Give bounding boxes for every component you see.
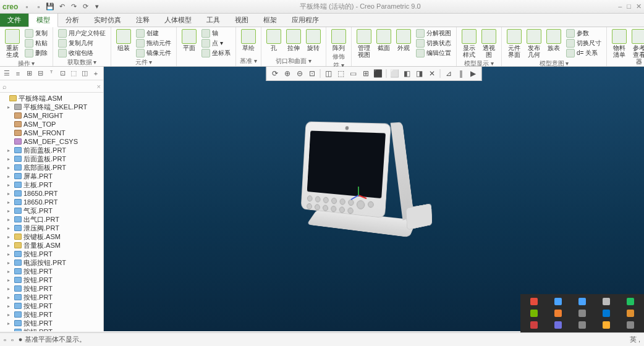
tab-实时仿真[interactable]: 实时仿真 (87, 14, 129, 27)
tab-模型[interactable]: 模型 (28, 13, 58, 27)
tree-node[interactable]: ASM_TOP (0, 120, 103, 129)
tree-node[interactable]: ▸按钮.PRT (0, 310, 103, 319)
tree-filter-input[interactable] (7, 83, 97, 90)
tray-app-icon[interactable] (547, 321, 569, 330)
tab-视图[interactable]: 视图 (227, 14, 256, 27)
tree-node[interactable]: ▸按钮.PRT (0, 319, 103, 327)
tree-node[interactable]: ▸出气口.PRT (0, 215, 103, 224)
ribbon-btn-编辑位置[interactable]: 编辑位置 (415, 48, 452, 57)
ribbon-btn-平面[interactable]: 平面 (180, 28, 198, 52)
expand-icon[interactable]: ▸ (7, 104, 12, 110)
tray-app-icon[interactable] (571, 321, 593, 330)
tree-node[interactable]: ▸按钮.PRT (0, 250, 103, 258)
view-tool-icon[interactable]: ◧ (402, 68, 413, 79)
tray-app-icon[interactable] (523, 308, 544, 318)
ribbon-btn-组装[interactable]: 组装 (115, 28, 132, 52)
ribbon-btn-删除[interactable]: 删除 (23, 48, 49, 57)
tree-node[interactable]: 平板终端.ASM (0, 94, 103, 103)
tray-app-icon[interactable] (523, 297, 544, 306)
ribbon-btn-用户定义特征[interactable]: 用户定义特征 (57, 28, 107, 38)
expand-icon[interactable]: ▸ (7, 156, 12, 162)
expand-icon[interactable]: ▸ (7, 234, 12, 240)
expand-icon[interactable]: ▸ (7, 303, 12, 309)
tree-node[interactable]: ▸18650.PRT (0, 189, 103, 198)
ribbon-btn-族表[interactable]: 族表 (545, 28, 562, 52)
tray-app-icon[interactable] (571, 308, 593, 318)
tray-app-icon[interactable] (620, 308, 642, 318)
tab-应用程序[interactable]: 应用程序 (284, 14, 326, 27)
tab-框架[interactable]: 框架 (256, 14, 284, 27)
ribbon-btn-旋转[interactable]: 旋转 (305, 28, 322, 52)
system-tray-flyout[interactable] (520, 294, 644, 332)
expand-icon[interactable]: ▸ (7, 208, 12, 214)
ribbon-btn-截面[interactable]: 截面 (375, 28, 392, 52)
tray-app-icon[interactable] (596, 297, 617, 306)
tree-tool-icon[interactable]: ⬚ (69, 69, 78, 78)
view-tool-icon[interactable]: ⊞ (360, 68, 371, 79)
ribbon-btn-点 ▾[interactable]: 点 ▾ (200, 38, 232, 48)
qat-redo-icon[interactable]: ↷ (69, 2, 78, 12)
expand-icon[interactable]: ▸ (7, 312, 12, 318)
tray-app-icon[interactable] (547, 308, 569, 318)
tree-node[interactable]: ▸按钮.PRT (0, 267, 103, 276)
model-tree[interactable]: 平板终端.ASM▸平板终端_SKEL.PRTASM_RIGHTASM_TOPAS… (0, 93, 103, 331)
close-button[interactable]: ✕ (636, 2, 642, 11)
ribbon-btn-外观[interactable]: 外观 (395, 28, 412, 52)
tray-app-icon[interactable] (523, 321, 544, 330)
expand-icon[interactable]: ▸ (7, 295, 12, 300)
view-tool-icon[interactable]: ⬜ (389, 68, 400, 79)
expand-icon[interactable]: ▸ (7, 200, 12, 205)
expand-icon[interactable]: ▸ (7, 269, 12, 274)
ribbon-btn-重新生成[interactable]: 重新生成 (4, 28, 21, 59)
expand-icon[interactable]: ▸ (7, 243, 12, 248)
tree-node[interactable]: ▸底部面板.PRT (0, 163, 103, 172)
tree-node[interactable]: ASM_RIGHT (0, 111, 103, 120)
ribbon-btn-孔[interactable]: 孔 (265, 28, 282, 52)
expand-icon[interactable]: ▸ (7, 277, 12, 283)
tray-app-icon[interactable] (620, 297, 642, 306)
ribbon-btn-透视图[interactable]: 透视图 (480, 28, 498, 59)
ribbon-btn-拉伸[interactable]: 拉伸 (285, 28, 302, 52)
tree-node[interactable]: ▸后面盖板.PRT (0, 154, 103, 163)
tree-node[interactable]: ▸按键板.ASM (0, 232, 103, 241)
view-tool-icon[interactable]: ⟳ (269, 68, 281, 79)
tree-tool-icon[interactable]: ◫ (80, 69, 90, 78)
view-tool-icon[interactable]: ⊕ (282, 68, 293, 79)
ribbon-btn-物料清单[interactable]: 物料清单 (611, 28, 628, 59)
ribbon-btn-切换尺寸[interactable]: 切换尺寸 (565, 38, 603, 48)
qat-save-icon[interactable]: 💾 (45, 2, 55, 12)
qat-new-icon[interactable]: ▫ (22, 2, 32, 12)
view-tool-icon[interactable]: ⬛ (373, 68, 384, 79)
view-tool-icon[interactable]: ✕ (426, 68, 438, 79)
ribbon-btn-创建[interactable]: 创建 (135, 28, 172, 38)
ribbon-btn-分解视图[interactable]: 分解视图 (415, 28, 452, 38)
ribbon-btn-轴[interactable]: 轴 (200, 28, 232, 38)
tree-node[interactable]: ASM_DEF_CSYS (0, 137, 103, 146)
tab-人体模型[interactable]: 人体模型 (157, 14, 199, 27)
tree-node[interactable]: ▸按钮.PRT (0, 293, 103, 302)
tree-node[interactable]: ▸平板终端_SKEL.PRT (0, 103, 103, 111)
tree-node[interactable]: ▸按钮.PRT (0, 302, 103, 310)
tree-node[interactable]: ▸电源按钮.PRT (0, 258, 103, 267)
tree-tool-icon[interactable]: ᵀ (46, 69, 56, 78)
tree-node[interactable]: ▸按钮.PRT (0, 284, 103, 293)
tree-node[interactable]: ▸18650.PRT (0, 198, 103, 206)
view-tool-icon[interactable]: ▭ (348, 68, 359, 79)
expand-icon[interactable]: ▸ (7, 329, 12, 332)
ribbon-btn-阵列[interactable]: 阵列 (330, 28, 347, 52)
ribbon-btn-元件界面[interactable]: 元件界面 (506, 28, 523, 59)
qat-windows-icon[interactable]: ▾ (92, 2, 102, 12)
qat-regen-icon[interactable]: ⟳ (80, 2, 90, 12)
expand-icon[interactable]: ▸ (7, 260, 12, 266)
expand-icon[interactable]: ▸ (7, 321, 12, 326)
view-tool-icon[interactable]: ⊖ (294, 68, 305, 79)
tray-app-icon[interactable] (596, 321, 617, 330)
ribbon-btn-镜像元件[interactable]: 镜像元件 (135, 48, 172, 57)
expand-icon[interactable]: ▸ (7, 165, 12, 171)
ribbon-btn-粘贴[interactable]: 粘贴 (23, 38, 49, 48)
ribbon-btn-显示样式[interactable]: 显示样式 (460, 28, 478, 59)
ribbon-btn-切换状态[interactable]: 切换状态 (415, 38, 452, 48)
tab-工具[interactable]: 工具 (199, 14, 227, 27)
ribbon-btn-收缩包络[interactable]: 收缩包络 (57, 48, 107, 57)
tree-node[interactable]: ▸屏幕.PRT (0, 172, 103, 180)
